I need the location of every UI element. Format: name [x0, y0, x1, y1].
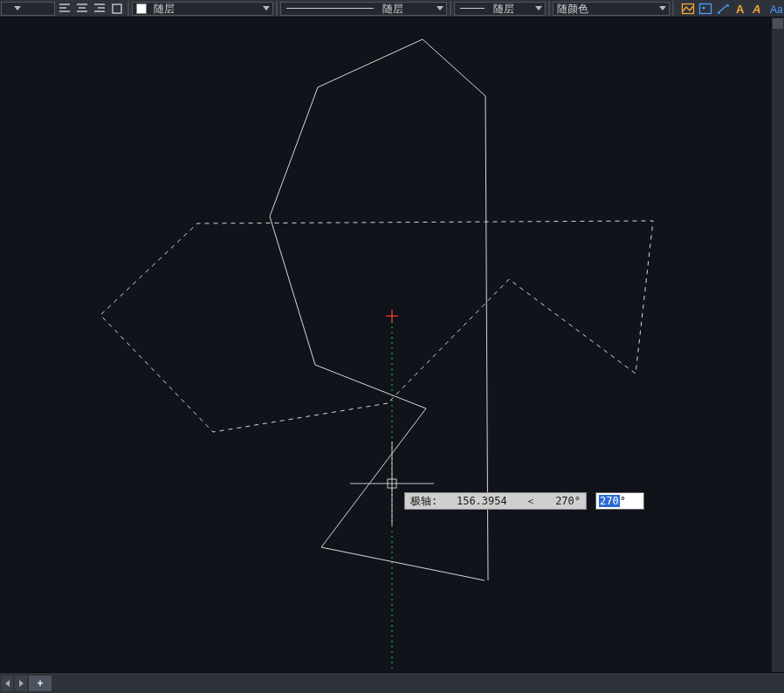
toolbar-separator	[276, 1, 278, 17]
svg-text:A: A	[736, 3, 745, 16]
layer-dropdown[interactable]: 随层	[132, 2, 273, 16]
svg-text:A: A	[752, 3, 760, 16]
toolbar-separator	[672, 1, 674, 17]
svg-line-13	[718, 4, 728, 13]
text-icon[interactable]: A	[732, 1, 748, 17]
chevron-down-icon	[437, 6, 444, 10]
linetype-dropdown[interactable]: 随层	[280, 2, 447, 16]
plus-icon: +	[37, 677, 43, 690]
align-right-icon[interactable]	[92, 1, 107, 17]
polar-angle-input[interactable]: 270°	[595, 492, 644, 510]
polar-distance: 156.3954	[457, 495, 507, 507]
dimension-icon[interactable]	[715, 1, 731, 17]
toolbar-right-group: A A Aa	[679, 0, 784, 17]
polar-input-value: 270	[599, 495, 620, 507]
svg-text:Aa: Aa	[770, 3, 782, 16]
generic-dropdown-1[interactable]	[1, 2, 55, 16]
linetype-dropdown-label: 随层	[379, 3, 407, 15]
polar-origin-marker	[386, 310, 398, 322]
text-style-icon[interactable]: A	[750, 1, 766, 17]
align-left-icon[interactable]	[57, 1, 72, 17]
rubberband-shape	[100, 221, 653, 432]
svg-rect-9	[113, 4, 121, 13]
toolbar-separator	[127, 1, 129, 17]
drawing-canvas[interactable]: 极轴: 156.3954 ＜ 270° 270°	[0, 17, 784, 672]
chevron-down-icon	[659, 6, 666, 10]
lineweight-dropdown-label: 随层	[490, 3, 518, 15]
toolbar-left-group	[0, 0, 126, 17]
new-tab-button[interactable]: +	[29, 676, 52, 691]
top-toolbar: 随层 随层 随层 随颜色 A A	[0, 0, 784, 17]
image-icon[interactable]	[680, 1, 696, 17]
tab-scroll-right-button[interactable]	[15, 676, 27, 691]
polar-input-suffix: °	[620, 495, 626, 507]
polar-readout: 极轴: 156.3954 ＜ 270° 270°	[404, 492, 644, 510]
tab-scroll-left-button[interactable]	[1, 676, 13, 691]
toolbar-extra-icon[interactable]	[109, 1, 125, 17]
chevron-right-icon	[19, 680, 24, 687]
svg-point-12	[702, 6, 705, 9]
chevron-down-icon	[535, 6, 542, 10]
chevron-down-icon	[14, 6, 21, 10]
chevron-down-icon	[263, 6, 270, 10]
polar-separator: ＜	[526, 495, 536, 507]
format-icon[interactable]: Aa	[767, 1, 783, 17]
polar-angle: 270°	[555, 495, 581, 507]
drawing-svg	[0, 17, 784, 672]
vertical-scrollbar[interactable]	[772, 17, 784, 672]
toolbar-separator	[548, 1, 550, 17]
linetype-sample-icon	[286, 8, 374, 9]
color-dropdown[interactable]: 随颜色	[553, 2, 670, 16]
chevron-left-icon	[5, 680, 10, 687]
lineweight-dropdown[interactable]: 随层	[454, 2, 546, 16]
polar-label: 极轴:	[410, 495, 437, 507]
crosshair-cursor	[350, 442, 434, 525]
svg-rect-11	[699, 3, 711, 13]
image2-icon[interactable]	[698, 1, 713, 17]
toolbar-separator	[450, 1, 451, 17]
layer-dropdown-label: 随层	[150, 3, 178, 15]
lineweight-sample-icon	[460, 8, 485, 9]
align-center-icon[interactable]	[74, 1, 90, 17]
color-dropdown-label: 随颜色	[554, 3, 592, 15]
scrollbar-thumb[interactable]	[773, 18, 783, 29]
status-bar: +	[0, 672, 784, 693]
layer-swatch-icon	[136, 3, 147, 14]
polar-tooltip: 极轴: 156.3954 ＜ 270°	[404, 492, 587, 510]
